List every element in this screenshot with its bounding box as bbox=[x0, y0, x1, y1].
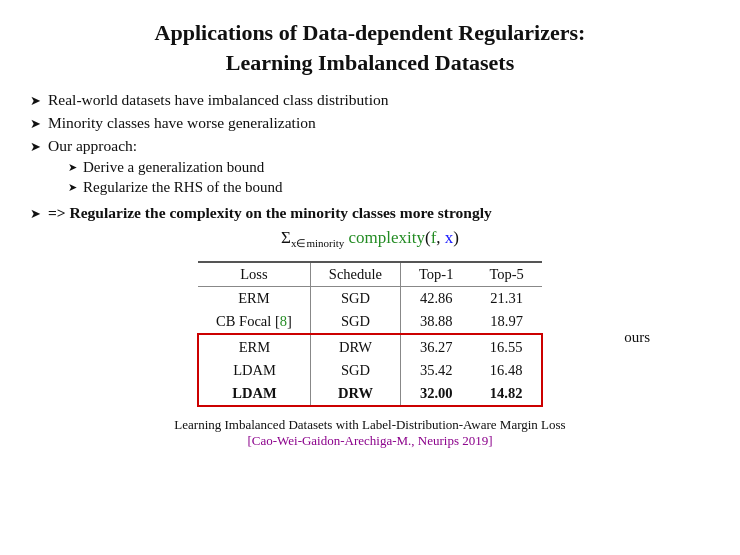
sub-arrow-icon-2: ➤ bbox=[68, 181, 77, 194]
bold-bullet-text: => Regularize the complexity on the mino… bbox=[48, 204, 710, 222]
footnote-line2: [Cao-Wei-Gaidon-Arechiga-M., Neurips 201… bbox=[30, 433, 710, 449]
cell-top5-5: 14.82 bbox=[471, 382, 541, 406]
cell-top1-4: 35.42 bbox=[401, 359, 472, 382]
table-row-5: LDAM DRW 32.00 14.82 bbox=[198, 382, 542, 406]
sub-bullets: ➤ Derive a generalization bound ➤ Regula… bbox=[68, 159, 710, 196]
cell-top5-4: 16.48 bbox=[471, 359, 541, 382]
slide-container: Applications of Data-dependent Regulariz… bbox=[30, 18, 710, 449]
bold-bullet-item: ➤ => Regularize the complexity on the mi… bbox=[30, 204, 710, 222]
sub-bullet-2: ➤ Regularize the RHS of the bound bbox=[68, 179, 710, 196]
main-bullets: ➤ Real-world datasets have imbalanced cl… bbox=[30, 91, 710, 222]
cell-top5-2: 18.97 bbox=[471, 310, 541, 334]
arrow-icon-2: ➤ bbox=[30, 116, 41, 132]
table-wrapper: Loss Schedule Top-1 Top-5 ERM SGD 42.86 … bbox=[30, 261, 710, 407]
cell-schedule-1: SGD bbox=[310, 286, 400, 310]
col-schedule: Schedule bbox=[310, 262, 400, 287]
footnote-line1: Learning Imbalanced Datasets with Label-… bbox=[30, 417, 710, 433]
cell-schedule-4: SGD bbox=[310, 359, 400, 382]
arrow-icon-bold: ➤ bbox=[30, 206, 41, 222]
arrow-icon-3: ➤ bbox=[30, 139, 41, 155]
arrow-icon-1: ➤ bbox=[30, 93, 41, 109]
title-line2: Learning Imbalanced Datasets bbox=[30, 48, 710, 78]
sum-subscript: x∈minority bbox=[291, 238, 344, 250]
title-line1: Applications of Data-dependent Regulariz… bbox=[30, 18, 710, 48]
formula-x-blue: x bbox=[445, 228, 454, 247]
table-row-3: ERM DRW 36.27 16.55 bbox=[198, 334, 542, 359]
sub-bullet-text-2: Regularize the RHS of the bound bbox=[83, 179, 283, 196]
table-row-1: ERM SGD 42.86 21.31 bbox=[198, 286, 542, 310]
footnote-section: Learning Imbalanced Datasets with Label-… bbox=[30, 417, 710, 449]
sub-arrow-icon-1: ➤ bbox=[68, 161, 77, 174]
cell-schedule-3: DRW bbox=[310, 334, 400, 359]
table-header-row: Loss Schedule Top-1 Top-5 bbox=[198, 262, 542, 287]
cell-loss-4: LDAM bbox=[198, 359, 310, 382]
ours-label: ours bbox=[624, 329, 650, 346]
cell-loss-5: LDAM bbox=[198, 382, 310, 406]
ref-number: 8 bbox=[280, 313, 287, 329]
sub-bullet-1: ➤ Derive a generalization bound bbox=[68, 159, 710, 176]
cell-schedule-5: DRW bbox=[310, 382, 400, 406]
slide-title: Applications of Data-dependent Regulariz… bbox=[30, 18, 710, 77]
formula-section: Σx∈minority complexity(f, x) bbox=[30, 228, 710, 250]
bullet-text-3: Our approach: ➤ Derive a generalization … bbox=[48, 137, 710, 199]
formula-complexity-green: complexity bbox=[349, 228, 425, 247]
bullet-text-1: Real-world datasets have imbalanced clas… bbox=[48, 91, 710, 109]
col-loss: Loss bbox=[198, 262, 310, 287]
sub-bullet-text-1: Derive a generalization bound bbox=[83, 159, 264, 176]
cell-top5-1: 21.31 bbox=[471, 286, 541, 310]
cell-top1-2: 38.88 bbox=[401, 310, 472, 334]
formula-display: Σx∈minority complexity(f, x) bbox=[30, 228, 710, 250]
cell-loss-3: ERM bbox=[198, 334, 310, 359]
bullet-item-1: ➤ Real-world datasets have imbalanced cl… bbox=[30, 91, 710, 109]
cell-loss-1: ERM bbox=[198, 286, 310, 310]
cell-top1-3: 36.27 bbox=[401, 334, 472, 359]
col-top1: Top-1 bbox=[401, 262, 472, 287]
cell-schedule-2: SGD bbox=[310, 310, 400, 334]
approach-label: Our approach: bbox=[48, 137, 137, 154]
cell-loss-2: CB Focal [8] bbox=[198, 310, 310, 334]
col-top5: Top-5 bbox=[471, 262, 541, 287]
cell-top1-1: 42.86 bbox=[401, 286, 472, 310]
cell-top5-3: 16.55 bbox=[471, 334, 541, 359]
bullet-text-2: Minority classes have worse generalizati… bbox=[48, 114, 710, 132]
bullet-item-3: ➤ Our approach: ➤ Derive a generalizatio… bbox=[30, 137, 710, 199]
table-row-2: CB Focal [8] SGD 38.88 18.97 bbox=[198, 310, 542, 334]
table-row-4: LDAM SGD 35.42 16.48 bbox=[198, 359, 542, 382]
results-table: Loss Schedule Top-1 Top-5 ERM SGD 42.86 … bbox=[197, 261, 543, 407]
bullet-item-2: ➤ Minority classes have worse generaliza… bbox=[30, 114, 710, 132]
cell-top1-5: 32.00 bbox=[401, 382, 472, 406]
